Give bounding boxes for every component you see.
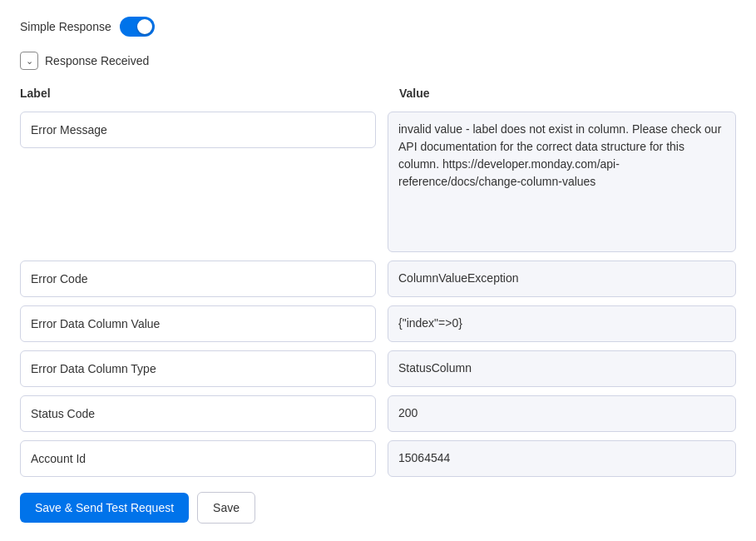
field-label-1: Error Code bbox=[20, 261, 376, 297]
response-received-label: Response Received bbox=[45, 54, 149, 67]
field-label-3: Error Data Column Type bbox=[20, 350, 376, 387]
columns-header: Label Value bbox=[20, 87, 736, 103]
value-column-header: Value bbox=[388, 87, 736, 100]
field-value-2[interactable] bbox=[388, 305, 736, 342]
field-value-1[interactable] bbox=[388, 261, 736, 297]
table-row: Error Code bbox=[20, 261, 736, 297]
simple-response-label: Simple Response bbox=[20, 20, 111, 33]
label-column-header: Label bbox=[20, 87, 388, 100]
field-label-0: Error Message bbox=[20, 112, 376, 148]
field-label-2: Error Data Column Value bbox=[20, 305, 376, 342]
buttons-row: Save & Send Test Request Save bbox=[20, 492, 736, 524]
table-row: Account Id bbox=[20, 440, 736, 477]
simple-response-toggle[interactable] bbox=[120, 17, 155, 37]
field-label-4: Status Code bbox=[20, 395, 376, 432]
table-row: Error Message bbox=[20, 112, 736, 252]
table-row: Error Data Column Value bbox=[20, 305, 736, 342]
fields-container: Error MessageError CodeError Data Column… bbox=[20, 112, 736, 477]
field-value-5[interactable] bbox=[388, 440, 736, 477]
chevron-down-icon[interactable]: ⌄ bbox=[20, 52, 38, 70]
toggle-thumb bbox=[137, 19, 152, 34]
table-row: Error Data Column Type bbox=[20, 350, 736, 387]
field-value-0[interactable] bbox=[388, 112, 736, 252]
field-label-5: Account Id bbox=[20, 440, 376, 477]
simple-response-row: Simple Response bbox=[20, 17, 736, 37]
save-button[interactable]: Save bbox=[197, 492, 255, 524]
field-value-4[interactable] bbox=[388, 395, 736, 432]
response-received-row: ⌄ Response Received bbox=[20, 52, 736, 70]
field-value-3[interactable] bbox=[388, 350, 736, 387]
table-row: Status Code bbox=[20, 395, 736, 432]
save-and-send-button[interactable]: Save & Send Test Request bbox=[20, 493, 189, 523]
